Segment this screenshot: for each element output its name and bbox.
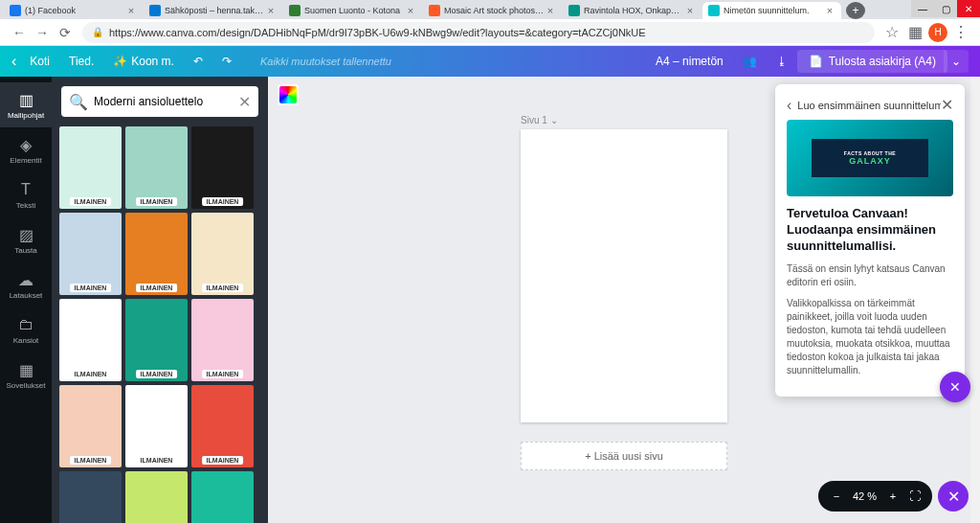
zoom-in-button[interactable]: + [886,490,900,502]
nav-reload-button[interactable]: ⟳ [54,21,77,44]
template-grid: ILMAINENILMAINENILMAINENILMAINENILMAINEN… [52,126,268,523]
onboard-back-button[interactable]: ‹ [787,97,791,114]
rail-label: Kansiot [13,336,39,345]
window-minimize[interactable]: — [911,0,934,17]
save-status-text: Kaikki muutokset tallennettu [260,56,391,67]
publish-button[interactable]: 📄 Tulosta asiakirja (A4) [797,50,947,73]
template-thumbnail[interactable]: ILMAINEN [125,385,188,467]
zoom-out-button[interactable]: − [830,490,843,502]
browser-tab[interactable]: Sähköposti – henna.takala@k× [144,2,282,19]
onboard-paragraph: Tässä on ensin lyhyt katsaus Canvan edit… [787,262,953,289]
rail-uploads[interactable]: ☁Lataukset [0,262,52,307]
template-thumbnail[interactable]: ILMAINEN [59,213,122,295]
window-maximize[interactable]: ▢ [934,0,957,17]
rail-folders[interactable]: 🗀Kansiot [0,307,52,352]
fullscreen-button[interactable]: ⛶ [909,489,921,503]
tab-close-icon[interactable]: × [684,5,696,16]
template-thumbnail[interactable]: ILMAINEN [59,385,122,467]
rail-label: Teksti [16,201,35,210]
nav-forward-button[interactable]: → [31,21,54,44]
file-button[interactable]: Tied. [59,51,103,72]
free-badge: ILMAINEN [202,370,244,378]
resize-button[interactable]: ✨ Koon m. [103,51,184,72]
tab-close-icon[interactable]: × [405,5,416,16]
publish-label: Tulosta asiakirja (A4) [829,55,936,68]
home-button[interactable]: Koti [20,51,59,72]
template-thumbnail[interactable]: ILMAINEN [191,213,254,295]
rail-templates[interactable]: ▥Mallipohjat [0,82,52,127]
tab-label: (1) Facebook [25,6,125,15]
template-thumbnail[interactable]: ILMAINEN [59,471,122,523]
rail-label: Sovellukset [7,381,46,390]
favicon-icon [429,5,440,16]
new-tab-button[interactable]: + [846,2,865,19]
rail-apps[interactable]: ▦Sovellukset [0,352,52,398]
undo-button[interactable]: ↶ [184,51,212,72]
url-text: https://www.canva.com/design/DADHibNqFpM… [109,27,646,38]
template-thumbnail[interactable]: ILMAINEN [191,299,254,381]
publish-dropdown[interactable]: ⌄ [944,50,969,73]
favicon-icon [568,5,580,16]
zoom-toolbar: − 42 % + ⛶ [818,481,932,512]
chrome-menu-button[interactable]: ⋮ [949,21,972,44]
onboard-close-button[interactable]: ✕ [941,96,953,114]
avatar-initial: H [928,23,947,42]
share-button[interactable]: 👥 [733,51,767,72]
clear-search-icon[interactable]: ✕ [238,93,251,111]
url-input[interactable]: 🔒 https://www.canva.com/design/DADHibNqF… [82,22,875,43]
redo-button[interactable]: ↷ [212,51,241,72]
favicon-icon [10,5,21,16]
download-button[interactable]: ⭳ [767,51,797,72]
elements-icon: ◈ [16,135,35,154]
rail-background[interactable]: ▨Tausta [0,217,52,262]
tab-close-icon[interactable]: × [125,5,137,16]
bookmark-button[interactable]: ☆ [880,21,903,44]
canva-menu-bar: ‹ Koti Tied. ✨ Koon m. ↶ ↷ Kaikki muutok… [0,46,980,77]
rail-elements[interactable]: ◈Elementit [0,127,52,172]
free-badge: ILMAINEN [202,456,244,465]
search-input[interactable] [94,95,238,108]
template-search[interactable]: 🔍 ✕ [61,86,258,117]
template-thumbnail[interactable]: ILMAINEN [191,471,254,523]
add-page-button[interactable]: + Lisää uusi sivu [521,442,727,470]
browser-tab[interactable]: Ravintola HOX, Onkapannu, k× [563,2,702,19]
tab-close-icon[interactable]: × [545,5,556,16]
back-to-home-icon[interactable]: ‹ [11,53,16,70]
onboard-heading: Tervetuloa Canvaan! Luodaanpa ensimmäine… [787,206,953,255]
template-thumbnail[interactable]: ILMAINEN [191,385,254,467]
help-button[interactable]: ✕ [938,481,969,512]
browser-tab[interactable]: Mosaic Art stock photos and× [423,2,562,19]
rail-label: Mallipohjat [8,111,44,120]
favicon-icon [708,5,720,16]
zoom-level: 42 % [853,490,877,502]
onboard-paragraph: Valikkopalkissa on tärkeimmät painikkeet… [787,297,953,377]
template-thumbnail[interactable]: ILMAINEN [191,126,254,209]
rail-text[interactable]: TTeksti [0,172,52,217]
template-thumbnail[interactable]: ILMAINEN [125,126,188,209]
document-page[interactable] [521,129,727,422]
template-thumbnail[interactable]: ILMAINEN [59,126,122,209]
template-thumbnail[interactable]: ILMAINEN [59,299,122,381]
tab-close-icon[interactable]: × [824,5,835,16]
folder-icon: 🗀 [16,315,35,334]
browser-tab[interactable]: Suomen Luonto - Kotona× [283,2,422,19]
page-label[interactable]: Sivu 1 ⌄ [521,115,558,125]
browser-tab[interactable]: (1) Facebook× [4,2,143,19]
browser-tab[interactable]: Nimetön suunnittelum.× [702,2,841,19]
nav-back-button[interactable]: ← [8,21,31,44]
free-badge: ILMAINEN [70,456,112,465]
onboard-next-button[interactable]: ✕ [940,372,970,402]
template-thumbnail[interactable]: ILMAINEN [125,471,188,523]
window-close[interactable]: ✕ [957,0,980,17]
document-name[interactable]: A4 – nimetön [646,51,733,72]
tab-close-icon[interactable]: × [265,5,277,16]
profile-button[interactable]: H [926,21,949,44]
template-thumbnail[interactable]: ILMAINEN [125,213,188,295]
favicon-icon [149,5,161,16]
template-thumbnail[interactable]: ILMAINEN [125,299,188,381]
browser-tab-bar: (1) Facebook× Sähköposti – henna.takala@… [0,0,980,19]
color-picker-button[interactable] [278,84,299,105]
tool-rail: ▥Mallipohjat ◈Elementit TTeksti ▨Tausta … [0,77,52,523]
tab-label: Mosaic Art stock photos and [444,6,545,15]
extension-icon[interactable]: ▦ [903,21,926,44]
